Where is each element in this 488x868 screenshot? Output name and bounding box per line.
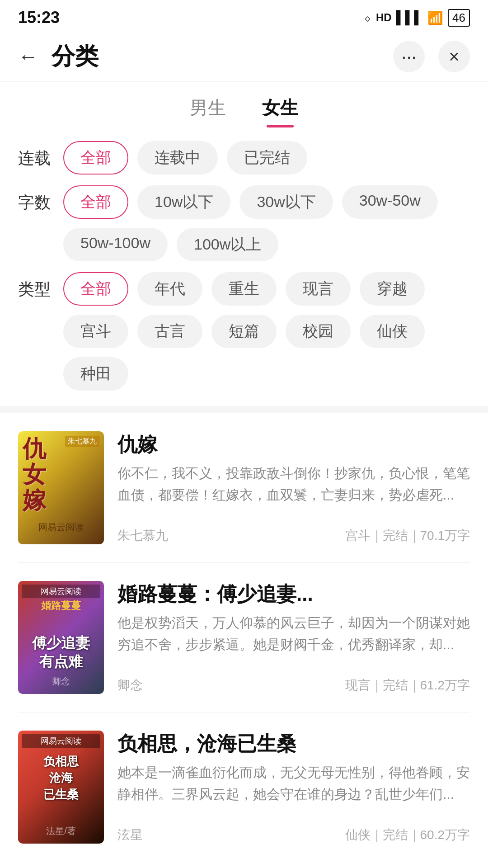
tab-male[interactable]: 男生 xyxy=(190,95,226,127)
book-meta: 朱七慕九 宫斗｜完结｜70.1万字 xyxy=(117,527,470,544)
book-cover: 仇女嫁 网易云阅读 朱七慕九 xyxy=(18,431,104,544)
book-info: 婚路蔓蔓：傅少追妻... 他是权势滔天，万人仰慕的风云巨子，却因为一个阴谋对她穷… xyxy=(117,581,470,694)
genre-tag-ancient[interactable]: 古言 xyxy=(137,315,202,348)
back-button[interactable]: ← xyxy=(18,45,38,68)
serial-tag-all[interactable]: 全部 xyxy=(63,141,128,175)
genre-tag-xianxia[interactable]: 仙侠 xyxy=(360,315,425,348)
status-time: 15:23 xyxy=(18,8,60,27)
book-author: 泫星 xyxy=(117,826,143,844)
list-item[interactable]: 仇女嫁 网易云阅读 朱七慕九 仇嫁 你不仁，我不义，投靠政敌斗倒你！抄家仇，负心… xyxy=(18,413,470,563)
book-title: 负相思，沧海已生桑 xyxy=(117,731,470,756)
serial-tag-finished[interactable]: 已完结 xyxy=(227,141,307,175)
serial-label: 连载 xyxy=(18,141,54,170)
book-list: 仇女嫁 网易云阅读 朱七慕九 仇嫁 你不仁，我不义，投靠政敌斗倒你！抄家仇，负心… xyxy=(0,413,488,862)
battery-icon: 46 xyxy=(448,9,470,27)
genre-label: 类型 xyxy=(18,272,54,301)
wc-tag-all[interactable]: 全部 xyxy=(63,185,128,219)
genre-filter-row: 类型 全部 年代 重生 现言 穿越 宫斗 古言 短篇 校园 仙侠 种田 xyxy=(18,272,470,391)
book-info: 仇嫁 你不仁，我不义，投靠政敌斗倒你！抄家仇，负心恨，笔笔血债，都要偿！红嫁衣，… xyxy=(117,431,470,544)
page-title: 分类 xyxy=(52,41,393,72)
wordcount-tags: 全部 10w以下 30w以下 30w-50w 50w-100w 100w以上 xyxy=(63,185,470,261)
tab-female[interactable]: 女生 xyxy=(262,95,298,127)
filter-section: 连载 全部 连载中 已完结 字数 全部 10w以下 30w以下 30w-50w … xyxy=(0,127,488,406)
genre-tag-modern[interactable]: 现言 xyxy=(286,272,351,306)
gender-tabs: 男生 女生 xyxy=(0,82,488,127)
status-icons: ⬦ HD ▌▌▌ 📶 46 xyxy=(364,9,470,27)
book-tags: 宫斗｜完结｜70.1万字 xyxy=(345,527,470,544)
book-title: 仇嫁 xyxy=(117,431,470,457)
close-button[interactable]: × xyxy=(438,41,470,72)
book-tags: 现言｜完结｜61.2万字 xyxy=(345,677,470,694)
wc-tag-under10[interactable]: 10w以下 xyxy=(137,185,230,219)
wc-tag-under30[interactable]: 30w以下 xyxy=(239,185,333,219)
header-actions: ··· × xyxy=(393,41,470,72)
wordcount-label: 字数 xyxy=(18,185,54,214)
genre-tag-campus[interactable]: 校园 xyxy=(286,315,351,348)
serial-tags: 全部 连载中 已完结 xyxy=(63,141,470,175)
signal-bars-icon: ▌▌▌ xyxy=(396,10,423,25)
genre-tag-timetravel[interactable]: 穿越 xyxy=(360,272,425,306)
signal-icon: HD xyxy=(376,11,392,24)
genre-tag-rebirth[interactable]: 重生 xyxy=(211,272,277,306)
wc-tag-over100[interactable]: 100w以上 xyxy=(177,228,278,261)
wc-tag-30to50[interactable]: 30w-50w xyxy=(342,185,438,219)
book-desc: 他是权势滔天，万人仰慕的风云巨子，却因为一个阴谋对她穷追不舍，步步紧逼。她是财阀… xyxy=(117,612,470,656)
genre-tag-palace[interactable]: 宫斗 xyxy=(63,315,128,348)
book-meta: 泫星 仙侠｜完结｜60.2万字 xyxy=(117,826,470,844)
genre-tag-all[interactable]: 全部 xyxy=(63,272,128,306)
status-bar: 15:23 ⬦ HD ▌▌▌ 📶 46 xyxy=(0,0,488,32)
book-meta: 卿念 现言｜完结｜61.2万字 xyxy=(117,677,470,694)
book-cover: 网易云阅读 负相思沧海已生桑 法星/著 xyxy=(18,731,104,844)
bluetooth-icon: ⬦ xyxy=(364,10,371,25)
list-item[interactable]: 网易云阅读 负相思沧海已生桑 法星/著 负相思，沧海已生桑 她本是一滴雀血衍化而… xyxy=(18,712,470,862)
genre-tags: 全部 年代 重生 现言 穿越 宫斗 古言 短篇 校园 仙侠 种田 xyxy=(63,272,470,391)
serial-filter-row: 连载 全部 连载中 已完结 xyxy=(18,141,470,175)
genre-tag-era[interactable]: 年代 xyxy=(137,272,202,306)
wordcount-filter-row: 字数 全部 10w以下 30w以下 30w-50w 50w-100w 100w以… xyxy=(18,185,470,261)
book-desc: 你不仁，我不义，投靠政敌斗倒你！抄家仇，负心恨，笔笔血债，都要偿！红嫁衣，血双鬟… xyxy=(117,462,470,506)
genre-tag-short[interactable]: 短篇 xyxy=(211,315,277,348)
book-desc: 她本是一滴雀血衍化而成，无父无母无性别，得他眷顾，安静相伴。三界风云起，她会守在… xyxy=(117,762,470,805)
book-tags: 仙侠｜完结｜60.2万字 xyxy=(345,826,470,844)
list-item[interactable]: 网易云阅读 婚路蔓蔓 傅少追妻有点难 卿念 婚路蔓蔓：傅少追妻... 他是权势滔… xyxy=(18,563,470,712)
book-info: 负相思，沧海已生桑 她本是一滴雀血衍化而成，无父无母无性别，得他眷顾，安静相伴。… xyxy=(117,731,470,844)
genre-tag-farm[interactable]: 种田 xyxy=(63,357,128,391)
more-button[interactable]: ··· xyxy=(393,41,425,72)
book-title: 婚路蔓蔓：傅少追妻... xyxy=(117,581,470,607)
wifi-icon: 📶 xyxy=(427,10,443,25)
wc-tag-50to100[interactable]: 50w-100w xyxy=(63,228,168,261)
book-author: 朱七慕九 xyxy=(117,527,168,544)
header: ← 分类 ··· × xyxy=(0,32,488,82)
book-author: 卿念 xyxy=(117,677,143,694)
serial-tag-ongoing[interactable]: 连载中 xyxy=(137,141,218,175)
section-divider xyxy=(0,406,488,413)
book-cover: 网易云阅读 婚路蔓蔓 傅少追妻有点难 卿念 xyxy=(18,581,104,694)
